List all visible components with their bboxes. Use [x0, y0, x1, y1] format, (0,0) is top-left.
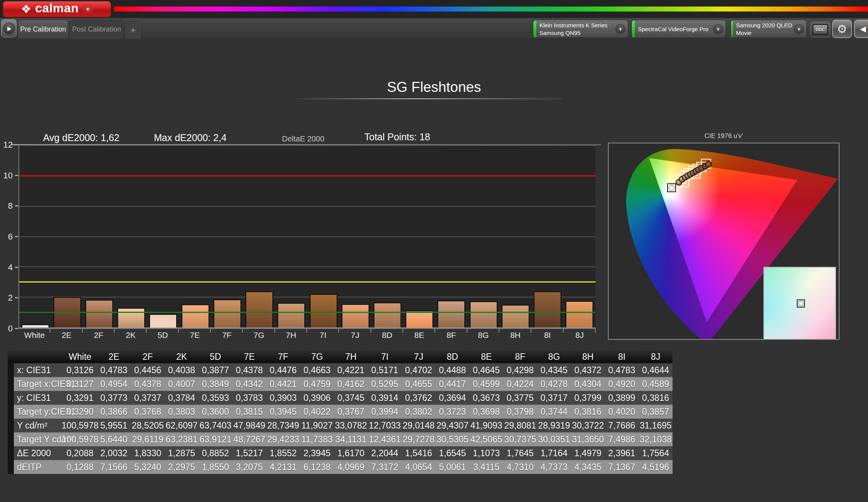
de2000-bar-8I [534, 291, 561, 327]
cie-whitepoint-inset [763, 267, 836, 340]
chevron-down-icon: ▼ [794, 24, 804, 34]
bar-slot [564, 146, 596, 327]
table-cell: 0,3694 [436, 391, 469, 405]
x-tick-label: 8I [531, 331, 563, 340]
table-column-header: 2E [97, 351, 131, 363]
table-cell: 0,3717 [537, 391, 571, 405]
x-tick-label: 8H [499, 331, 531, 340]
y-tick-label: 10 [0, 171, 13, 181]
de2000-bar-2K [117, 308, 145, 327]
y-tick-mark [15, 144, 18, 145]
tab-post-calibration[interactable]: Post Calibration [69, 20, 124, 39]
display-selector[interactable]: Samsung 2020 QLED Movie ▼ [731, 20, 807, 38]
table-column-header: White [63, 351, 97, 363]
table-cell: 0,8852 [199, 446, 232, 460]
delta-e-mode-label[interactable]: DeltaE 2000 [282, 135, 324, 143]
table-cell: 2,2044 [368, 446, 402, 460]
de2000-bar-8J [566, 301, 593, 327]
table-cell: 0,3767 [334, 405, 368, 419]
table-cell: 4,0654 [402, 460, 436, 474]
page-title: SG Fleshtones [0, 79, 868, 95]
table-cell: 0,3857 [639, 405, 673, 419]
table-cell: 0,4417 [436, 377, 469, 391]
table-cell: 12,4361 [368, 432, 402, 446]
meter-selector[interactable]: Klein Instruments K Series Samsung QN95 … [533, 20, 628, 38]
table-cell: 2,2975 [165, 460, 199, 474]
results-table: White2E2F2K5D7E7F7G7H7I7J8D8E8F8G8H8I8Jx… [8, 351, 673, 474]
y-tick-label: 8 [0, 201, 13, 211]
table-cell: 0,4162 [334, 377, 368, 391]
x-tick-label: 7G [243, 331, 275, 340]
table-row: x: CIE310,31260,47830,44560,40380,38770,… [8, 363, 673, 377]
table-cell: 31,3650 [571, 432, 605, 446]
cie-measurement-point [705, 161, 712, 168]
table-column-header: 8D [436, 351, 469, 363]
table-cell: 63,9121 [199, 432, 232, 446]
x-tick-label: 2E [50, 331, 82, 340]
table-cell: 5,9551 [97, 419, 131, 432]
de2000-bar-7E [182, 304, 209, 327]
table-cell: 0,4345 [537, 363, 571, 377]
table-cell: 0,3815 [232, 405, 266, 419]
table-cell: 0,3593 [199, 391, 232, 405]
table-cell: 0,4645 [469, 363, 503, 377]
x-tick-label: 7F [211, 331, 243, 340]
table-row-label: dEITP [14, 460, 63, 474]
table-cell: 4,7310 [503, 460, 537, 474]
table-cell: 4,3435 [571, 460, 605, 474]
x-tick-label: 7E [179, 331, 211, 340]
table-cell: 0,3802 [402, 405, 436, 419]
table-cell: 0,3799 [571, 391, 605, 405]
table-cell: 5,6440 [97, 432, 131, 446]
table-cell: 30,3722 [571, 419, 605, 432]
add-tab-button[interactable]: + [125, 22, 142, 39]
title-underline [296, 98, 562, 99]
calman-logo-icon: ❖ [21, 3, 31, 15]
reference-line-3 [19, 281, 596, 283]
table-row: Target Y cd/m²100,59785,644029,611963,23… [8, 432, 673, 446]
table-cell: 0,3737 [131, 391, 165, 405]
table-cell: 32,1038 [639, 432, 673, 446]
bar-slot [51, 146, 83, 327]
table-gutter [8, 351, 14, 363]
x-tick-label: 8E [403, 331, 435, 340]
table-cell: 1,7164 [537, 446, 571, 460]
workflow-advance-button[interactable]: ▶ [1, 19, 17, 37]
table-cell: 1,2875 [165, 446, 199, 460]
table-cell: 1,5217 [232, 446, 266, 460]
bar-slot [275, 146, 307, 327]
y-tick-mark [15, 328, 18, 329]
pattern-generator-selector[interactable]: SpectraCal VideoForge Pro ▼ [631, 20, 726, 38]
table-cell: 0,3798 [503, 405, 537, 419]
meter-status-indicator [533, 20, 536, 38]
table-cell: 4,0969 [334, 460, 368, 474]
bar-slot [211, 146, 243, 327]
table-cell: 0,3877 [199, 363, 232, 377]
ddc-control-button[interactable]: DDC [810, 22, 830, 37]
bar-slot [371, 146, 403, 327]
table-cell: 0,3783 [232, 391, 266, 405]
bar-slot [404, 146, 436, 327]
x-tick-label: 7H [275, 331, 307, 340]
table-cell: 1,6170 [334, 446, 368, 460]
calman-menu-button[interactable]: ❖ calman ▼ [3, 1, 111, 17]
table-gutter [8, 405, 14, 419]
play-icon: ▶ [3, 22, 15, 34]
table-gutter [8, 460, 14, 474]
table-cell: 0,4476 [266, 363, 300, 377]
bar-slot [147, 146, 179, 327]
table-row-label: y: CIE31 [14, 391, 63, 405]
table-cell: 2,3945 [300, 446, 334, 460]
table-cell: 0,4278 [537, 377, 571, 391]
de2000-bar-7J [342, 304, 369, 327]
ddc-monitor-icon: DDC [813, 24, 828, 35]
table-cell: 0,4378 [232, 363, 266, 377]
table-cell: 5,0061 [436, 460, 469, 474]
settings-button[interactable]: ⚙ [832, 20, 852, 38]
de2000-bar-White [22, 324, 49, 327]
tab-pre-calibration[interactable]: Pre Calibration [18, 20, 68, 39]
collapse-panel-button[interactable]: ◀ [854, 20, 868, 38]
table-cell: 0,4378 [131, 377, 165, 391]
x-tick-label: 2F [83, 331, 115, 340]
table-cell: 63,7403 [199, 419, 232, 432]
